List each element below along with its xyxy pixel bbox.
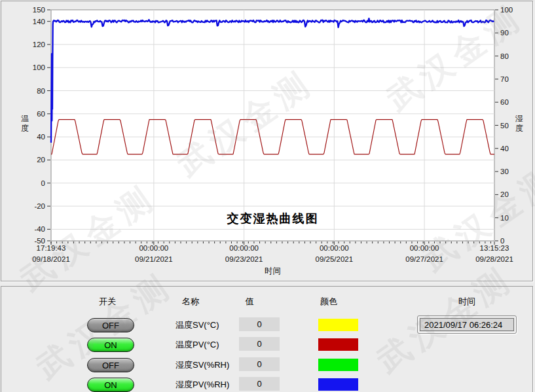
svg-text:100: 100 — [500, 6, 513, 14]
switch-label: ON — [104, 380, 117, 390]
header-color: 颜色 — [306, 296, 352, 308]
svg-text:60: 60 — [37, 110, 45, 118]
svg-text:20: 20 — [37, 156, 45, 164]
label-hum-sv: 湿度SV(%RH) — [175, 358, 229, 372]
svg-text:80: 80 — [500, 52, 509, 60]
time-display: 2021/09/17 06:26:24 — [417, 315, 517, 334]
value-temp-pv: 0 — [239, 337, 280, 351]
svg-text:30: 30 — [500, 168, 509, 175]
app-window: 150140120100806040200-20-40-501009080706… — [0, 0, 535, 392]
value-text: 0 — [257, 339, 261, 349]
value-hum-sv: 0 — [239, 357, 280, 371]
svg-text:140: 140 — [33, 18, 45, 26]
svg-text:00:00:00: 00:00:00 — [320, 244, 349, 252]
svg-text:09/23/2021: 09/23/2021 — [225, 255, 263, 263]
svg-text:0: 0 — [41, 179, 45, 187]
svg-text:120: 120 — [33, 41, 45, 48]
svg-text:湿度: 湿度 — [515, 114, 523, 133]
svg-text:60: 60 — [500, 98, 509, 106]
svg-text:13:15:23: 13:15:23 — [480, 244, 509, 252]
switch-label: ON — [104, 340, 117, 350]
swatch-temp-sv[interactable] — [318, 319, 358, 331]
svg-text:温度: 温度 — [21, 114, 29, 133]
svg-text:00:00:00: 00:00:00 — [139, 244, 168, 252]
svg-text:00:00:00: 00:00:00 — [410, 244, 439, 252]
header-value: 值 — [227, 296, 272, 308]
label-temp-sv: 温度SV(°C) — [175, 318, 219, 332]
svg-text:09/25/2021: 09/25/2021 — [316, 255, 354, 263]
time-display-value: 2021/09/17 06:26:24 — [420, 318, 514, 331]
swatch-hum-pv[interactable] — [318, 378, 358, 391]
svg-text:-20: -20 — [34, 202, 45, 210]
svg-text:-40: -40 — [34, 225, 45, 233]
svg-text:50: 50 — [500, 122, 509, 130]
swatch-temp-pv[interactable] — [318, 338, 358, 351]
label-hum-pv: 湿度PV(%RH) — [175, 378, 229, 391]
header-switch: 开关 — [84, 296, 130, 308]
toggle-temp-sv[interactable]: OFF — [87, 318, 134, 332]
value-text: 0 — [257, 319, 261, 329]
svg-text:10: 10 — [500, 214, 509, 222]
svg-text:交变湿热曲线图: 交变湿热曲线图 — [227, 212, 319, 225]
svg-text:时间: 时间 — [265, 266, 281, 276]
svg-text:09/21/2021: 09/21/2021 — [135, 255, 173, 263]
svg-text:09/27/2021: 09/27/2021 — [405, 255, 443, 263]
svg-text:90: 90 — [500, 29, 509, 37]
svg-text:80: 80 — [37, 87, 45, 95]
svg-text:40: 40 — [500, 145, 509, 152]
svg-text:20: 20 — [500, 190, 509, 198]
svg-text:100: 100 — [33, 63, 45, 71]
value-temp-sv: 0 — [239, 317, 280, 331]
svg-text:00:00:00: 00:00:00 — [229, 244, 259, 252]
swatch-hum-sv[interactable] — [318, 359, 358, 371]
switch-label: OFF — [102, 361, 119, 370]
value-hum-pv: 0 — [239, 377, 280, 391]
value-text: 0 — [257, 359, 261, 369]
chart-groupbox: 150140120100806040200-20-40-501009080706… — [1, 1, 533, 281]
trend-chart: 150140120100806040200-20-40-501009080706… — [1, 1, 532, 279]
header-time: 时间 — [444, 296, 490, 308]
svg-text:09/28/2021: 09/28/2021 — [475, 255, 513, 263]
header-name: 名称 — [168, 296, 213, 308]
toggle-hum-pv[interactable]: ON — [87, 378, 134, 392]
control-panel-groupbox: 开关 名称 值 颜色 时间 OFF 温度SV(°C) 0 ON 温度PV(°C)… — [1, 286, 533, 392]
label-temp-pv: 温度PV(°C) — [175, 338, 219, 351]
toggle-temp-pv[interactable]: ON — [87, 338, 134, 352]
svg-text:17:19:43: 17:19:43 — [37, 244, 66, 252]
svg-text:40: 40 — [37, 133, 45, 141]
toggle-hum-sv[interactable]: OFF — [87, 358, 134, 372]
svg-text:70: 70 — [500, 75, 509, 83]
value-text: 0 — [257, 379, 261, 389]
svg-text:150: 150 — [33, 6, 45, 14]
switch-label: OFF — [102, 321, 119, 330]
svg-text:09/18/2021: 09/18/2021 — [32, 255, 70, 263]
